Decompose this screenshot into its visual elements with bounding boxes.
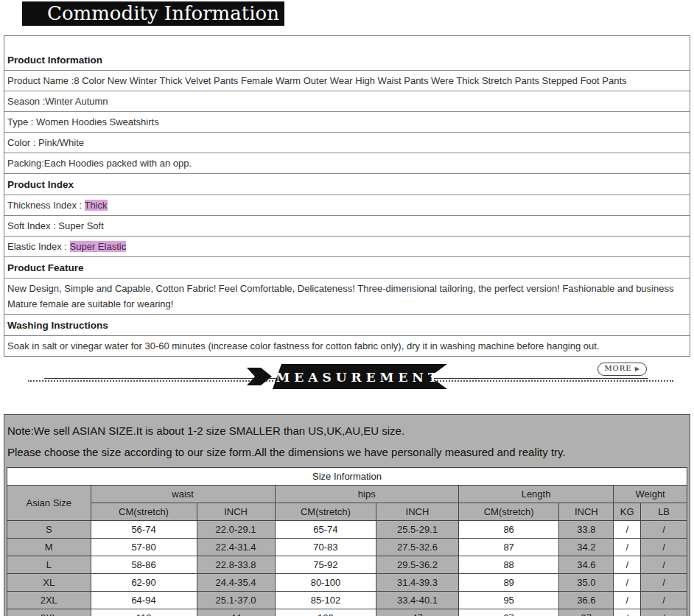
field-text: New Design, Simple and Capable, Cotton F… [7,283,673,309]
size-label-cell: M [7,539,91,556]
more-arrow-icon: ▶ [635,365,640,372]
measurement-ribbon: MEASUREMENT [247,364,447,389]
size-label-cell: XL [7,574,91,592]
col-header-waist: waist [91,486,275,503]
size-value-cell: / [641,592,687,609]
field-text: Product Index [7,179,74,190]
product-section-header: Product Feature [4,257,690,279]
size-value-cell: 58-86 [91,556,197,574]
size-value-cell: 56-74 [91,521,197,539]
field-text: Packing:Each Hoodies packed with an opp. [7,158,192,169]
size-value-cell: / [614,521,641,539]
product-field-row: Color : Pink/White [4,133,690,153]
more-button[interactable]: MORE ▶ [597,363,647,376]
col-header-length: Length [458,486,613,503]
product-section-header: Product Index [4,174,690,195]
field-text: Product Information [7,55,102,66]
size-value-cell: 86 [458,521,559,539]
size-value-cell: 27.5-32.6 [376,539,459,556]
sub-header-hips-cm: CM(stretch) [275,503,376,521]
col-header-asian-size: Asian Size [7,486,91,521]
field-text: Soft Index : Super Soft [7,220,104,231]
size-value-cell: 47 [376,609,459,616]
more-button-label: MORE [604,364,631,372]
size-value-cell: 120 [275,609,376,616]
col-header-weight: Weight [614,486,687,503]
size-value-cell: 62-90 [91,574,197,592]
size-note-2: Please choose the size according to our … [4,437,690,467]
size-value-cell: / [641,609,687,616]
size-value-cell: 88 [458,556,559,574]
size-value-cell: / [614,556,641,574]
product-section-header: Washing Instructions [4,315,690,336]
size-label-cell: L [7,556,91,574]
size-value-cell: 22.0-29.1 [197,521,275,539]
field-text: Product Name :8 Color New Winter Thick V… [7,75,627,86]
col-header-hips: hips [275,486,458,503]
product-field-row: Soak in salt or vinegar water for 30-60 … [4,336,690,356]
size-value-cell: 57-80 [91,539,197,556]
sub-header-lb: LB [641,503,687,521]
size-value-cell: 75-92 [275,556,376,574]
product-field-row: Thickness Index : Thick [4,195,690,216]
page-title: Commodity Information [47,2,279,24]
field-text: Product Feature [7,262,84,273]
product-field-row: Season :Winter Autumn [4,91,690,112]
product-field-row: New Design, Simple and Capable, Cotton F… [4,279,690,315]
size-table-row: S56-7422.0-29.165-7425.5-29.18633.8// [7,521,687,539]
product-field-row: Packing:Each Hoodies packed with an opp. [4,153,690,174]
sub-header-length-cm: CM(stretch) [458,503,559,521]
size-table: Size Information Asian Size waist hips L… [7,467,687,616]
size-note-1: Note:We sell ASIAN SIZE.It is about 1-2 … [4,415,690,437]
product-field-row: Elastic Index : Super Elastic [4,237,690,257]
size-value-cell: / [614,539,641,556]
size-value-cell: 34.2 [559,539,614,556]
size-table-row: 3XL11244120479737// [7,609,687,616]
size-value-cell: / [614,592,641,609]
product-field-row: Soft Index : Super Soft [4,216,690,237]
size-value-cell: / [641,574,687,592]
highlighted-value: Thick [85,200,108,211]
size-value-cell: 22.4-31.4 [197,539,275,556]
product-field-row: Product Name :8 Color New Winter Thick V… [4,71,690,91]
size-value-cell: 29.5-36.2 [376,556,459,574]
measurement-label: MEASUREMENT [276,370,441,385]
page-title-banner: Commodity Information [22,1,284,26]
field-text: Type : Women Hoodies Sweatshirts [7,116,159,127]
size-value-cell: / [614,574,641,592]
field-text: Thickness Index : [7,200,85,211]
size-value-cell: 85-102 [275,592,376,609]
size-value-cell: 22.8-33.8 [197,556,275,574]
size-value-cell: 87 [458,539,559,556]
size-value-cell: / [641,539,687,556]
size-table-row: XL62-9024.4-35.480-10031.4-39.38935.0// [7,574,687,592]
size-value-cell: 24.4-35.4 [197,574,275,592]
sub-header-waist-inch: INCH [197,503,275,521]
size-value-cell: 89 [458,574,559,592]
field-text: Washing Instructions [7,320,108,331]
product-section-header: Product Information [4,36,690,71]
size-value-cell: 64-94 [91,592,197,609]
measurement-divider: MORE ▶ MEASUREMENT [0,357,694,414]
field-text: Season :Winter Autumn [7,96,108,107]
field-text: Color : Pink/White [7,137,84,148]
size-value-cell: / [614,609,641,616]
size-label-cell: S [7,521,91,539]
size-value-cell: 70-83 [275,539,376,556]
sub-header-length-inch: INCH [559,503,614,521]
size-value-cell: / [641,556,687,574]
size-table-row: 2XL64-9425.1-37.085-10233.4-40.19536.6// [7,592,687,609]
size-value-cell: 33.4-40.1 [376,592,459,609]
size-table-row: L58-8622.8-33.875-9229.5-36.28834.6// [7,556,687,574]
size-value-cell: 25.1-37.0 [197,592,275,609]
size-value-cell: 35.0 [559,574,614,592]
size-value-cell: 112 [91,609,197,616]
size-section: Note:We sell ASIAN SIZE.It is about 1-2 … [4,414,690,616]
sub-header-kg: KG [614,503,641,521]
size-value-cell: 33.8 [559,521,614,539]
size-value-cell: 97 [458,609,559,616]
size-value-cell: / [641,521,687,539]
highlighted-value: Super Elastic [70,241,127,252]
ribbon-left-arrow-icon [247,368,272,385]
product-field-row: Type : Women Hoodies Sweatshirts [4,112,690,133]
